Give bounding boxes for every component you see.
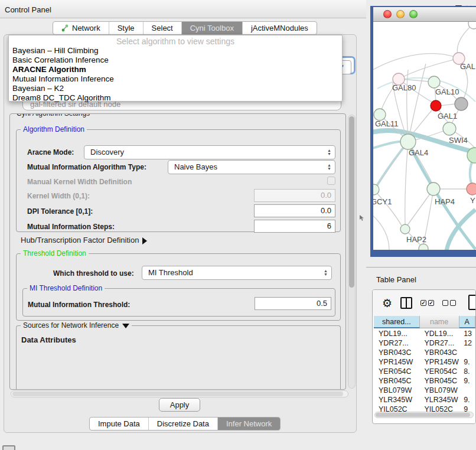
table-row[interactable]: YBR045CYBR045C9. bbox=[374, 376, 475, 386]
network-node[interactable] bbox=[443, 122, 456, 135]
dropdown-item[interactable]: Dream8 DC_TDC Algorithm bbox=[9, 93, 342, 103]
network-node[interactable] bbox=[400, 224, 410, 234]
table-row[interactable]: YBL079WYBL079W bbox=[374, 386, 475, 395]
threshold-definition-title: Threshold Definition bbox=[21, 249, 89, 257]
apply-button[interactable]: Apply bbox=[159, 398, 200, 412]
sources-title[interactable]: Sources for Network Inference bbox=[21, 321, 132, 330]
close-window-icon[interactable] bbox=[383, 10, 392, 18]
control-panel-tabbar: Network Style Select Cyni Toolbox jActiv… bbox=[53, 21, 317, 35]
network-edge[interactable] bbox=[405, 142, 408, 224]
minimize-window-icon[interactable] bbox=[396, 10, 405, 18]
mi-steps-field[interactable]: 6 bbox=[254, 220, 335, 233]
settings-horizontal-scrollbar[interactable] bbox=[11, 390, 348, 397]
node-label: GAL10 bbox=[435, 87, 459, 96]
table-row[interactable]: YDL19...YDL19...13 bbox=[374, 329, 475, 338]
network-edge[interactable] bbox=[373, 214, 389, 250]
table-toolbar: ⚙ ✓✓ bbox=[373, 290, 475, 316]
network-canvas[interactable]: GALGAL80GAL10GAL1GAL11SWI4GAL4GCY1HAP4YH… bbox=[373, 22, 476, 250]
network-node[interactable] bbox=[419, 244, 428, 250]
table-cell: YDR27... bbox=[374, 338, 419, 348]
network-node[interactable] bbox=[427, 182, 440, 195]
tab-impute-data[interactable]: Impute Data bbox=[90, 418, 149, 430]
dropdown-list: Bayesian – Hill ClimbingBasic Correlatio… bbox=[9, 46, 342, 103]
node-label: GCY1 bbox=[373, 197, 392, 206]
table-cell: YPR145W bbox=[374, 357, 419, 367]
network-node[interactable] bbox=[431, 100, 441, 111]
dropdown-item[interactable]: Basic Correlation Inference bbox=[9, 56, 342, 65]
table-panel-divider bbox=[366, 267, 476, 268]
tab-cyni-toolbox[interactable]: Cyni Toolbox bbox=[182, 22, 243, 34]
table-cell: YDL19... bbox=[374, 329, 419, 338]
gear-icon[interactable]: ⚙ bbox=[382, 296, 392, 310]
dpi-tolerance-label: DPI Tolerance [0,1]: bbox=[27, 207, 93, 216]
table-row[interactable]: YER054CYER054C8. bbox=[374, 367, 475, 376]
network-window-titlebar[interactable] bbox=[373, 7, 476, 22]
settings-group-title: Cyni Algorithm Settings bbox=[14, 113, 92, 118]
network-node[interactable] bbox=[373, 184, 379, 195]
table-row[interactable]: YPR145WYPR145W9. bbox=[374, 357, 475, 367]
algorithm-dropdown: Select algorithm to view settings Bayesi… bbox=[8, 35, 343, 102]
dropdown-item[interactable]: ARACNE Algorithm bbox=[9, 65, 342, 74]
deselect-all-icon[interactable] bbox=[442, 300, 456, 306]
aracne-mode-combo[interactable]: Discovery ▲▼ bbox=[84, 145, 335, 159]
settings-vertical-scrollbar[interactable] bbox=[348, 115, 356, 389]
mi-threshold-field[interactable]: 0.5 bbox=[255, 297, 331, 310]
tab-network[interactable]: Network bbox=[53, 22, 109, 34]
table-body: YDL19...YDL19...13YDR27...YDR27...12YBR0… bbox=[374, 329, 475, 423]
table-cell: YPR145W bbox=[419, 357, 459, 367]
column-header[interactable]: shared... bbox=[374, 316, 420, 328]
bottom-tabbar: Impute Data Discretize Data Infer Networ… bbox=[89, 417, 281, 431]
kernel-width-label: Kernel Width (0,1): bbox=[27, 192, 90, 200]
node-label: GAL11 bbox=[375, 119, 399, 128]
algorithm-definition-group: Algorithm Definition Aracne Mode: Discov… bbox=[16, 129, 341, 232]
dpi-tolerance-field[interactable]: 0.0 bbox=[254, 204, 335, 217]
node-label: GAL bbox=[460, 62, 475, 71]
table-cell: YER054C bbox=[374, 367, 419, 376]
mi-type-combo[interactable]: Naive Bayes ▲▼ bbox=[168, 160, 335, 174]
table-row[interactable]: YBR043CYBR043C bbox=[374, 348, 475, 357]
manual-kernel-checkbox[interactable] bbox=[327, 177, 335, 185]
hub-definition-toggle[interactable]: Hub/Transcription Factor Definition bbox=[21, 236, 147, 244]
table-cell: YER054C bbox=[419, 367, 459, 376]
network-edge[interactable] bbox=[374, 190, 402, 226]
network-edge[interactable] bbox=[410, 106, 436, 136]
table-cell: YBL079W bbox=[374, 386, 419, 395]
mi-threshold-label: Mutual Information Threshold: bbox=[28, 301, 130, 309]
algorithm-definition-title: Algorithm Definition bbox=[21, 125, 87, 133]
network-graph: GALGAL80GAL10GAL1GAL11SWI4GAL4GCY1HAP4YH… bbox=[373, 22, 476, 250]
tab-jactivemnodules[interactable]: jActiveMNodules bbox=[243, 22, 317, 34]
network-edge[interactable] bbox=[373, 54, 459, 71]
table-cell: 8. bbox=[459, 367, 475, 376]
table-cell: YDL19... bbox=[419, 329, 459, 338]
network-node[interactable] bbox=[428, 76, 440, 88]
network-node[interactable] bbox=[467, 183, 476, 195]
column-header[interactable]: name bbox=[420, 316, 459, 328]
dropdown-item[interactable]: Bayesian – Hill Climbing bbox=[9, 46, 342, 56]
dropdown-item[interactable]: Bayesian – K2 bbox=[9, 84, 342, 93]
network-node[interactable] bbox=[400, 134, 416, 149]
table-row[interactable]: YDR27...YDR27...12 bbox=[374, 338, 475, 348]
tab-style[interactable]: Style bbox=[109, 22, 144, 34]
table-cell: 9. bbox=[459, 376, 475, 386]
network-node[interactable] bbox=[374, 109, 386, 120]
split-columns-icon[interactable] bbox=[400, 297, 412, 309]
select-all-icon[interactable]: ✓✓ bbox=[420, 300, 434, 306]
table-horizontal-scrollbar[interactable] bbox=[374, 412, 474, 418]
kernel-width-field[interactable]: 0.0 bbox=[254, 189, 335, 202]
node-label: Y bbox=[470, 196, 475, 205]
dropdown-item[interactable]: Mutual Information Inference bbox=[9, 74, 342, 84]
tab-select[interactable]: Select bbox=[144, 22, 182, 34]
tab-discretize-data[interactable]: Discretize Data bbox=[149, 418, 218, 430]
network-edge[interactable] bbox=[376, 142, 408, 187]
network-node[interactable] bbox=[455, 97, 468, 110]
network-edge[interactable] bbox=[408, 64, 426, 142]
network-view-window[interactable]: GALGAL80GAL10GAL1GAL11SWI4GAL4GCY1HAP4YH… bbox=[370, 6, 476, 257]
bottom-left-button[interactable] bbox=[2, 445, 15, 450]
new-table-icon[interactable] bbox=[468, 295, 476, 310]
column-header[interactable]: A bbox=[459, 316, 475, 328]
tab-infer-network[interactable]: Infer Network bbox=[218, 418, 280, 430]
which-threshold-combo[interactable]: MI Threshold ▲▼ bbox=[142, 266, 332, 280]
zoom-window-icon[interactable] bbox=[409, 10, 418, 18]
collapsed-arrow-icon bbox=[142, 237, 147, 244]
table-row[interactable]: YLR345WYLR345W9. bbox=[374, 395, 475, 405]
